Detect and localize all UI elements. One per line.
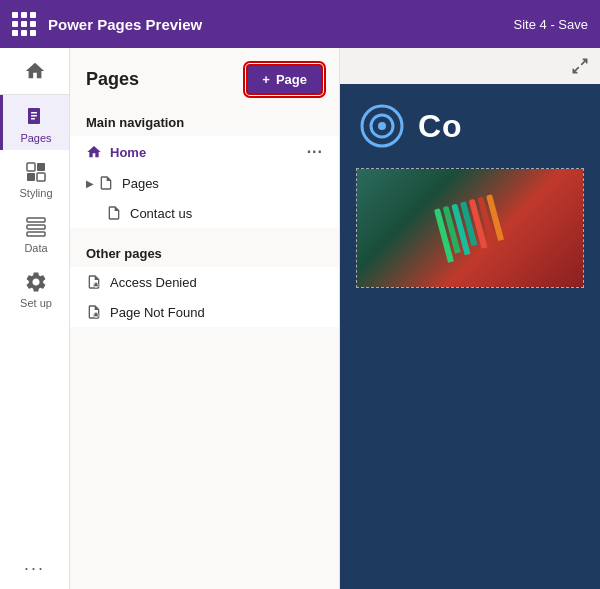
sidebar-more-button[interactable]: ... [0, 540, 69, 589]
sidebar-label-styling: Styling [19, 187, 52, 199]
pages-panel-title: Pages [86, 69, 139, 90]
chevron-right-icon: ▶ [86, 178, 94, 189]
pens-decoration [434, 194, 506, 263]
styling-icon [24, 160, 48, 184]
svg-rect-9 [27, 225, 45, 229]
sidebar-item-styling[interactable]: Styling [0, 150, 69, 205]
main-layout: Pages Styling Data S [0, 48, 600, 589]
not-found-label: Page Not Found [110, 305, 205, 320]
home-icon [24, 60, 46, 82]
svg-rect-8 [27, 218, 45, 222]
svg-rect-6 [27, 173, 35, 181]
pages-panel: Pages + Page Main navigation Home ··· ▶ … [70, 48, 340, 589]
svg-rect-7 [37, 173, 45, 181]
logo-svg [360, 104, 404, 148]
nav-item-home[interactable]: Home ··· [70, 136, 339, 168]
sidebar: Pages Styling Data S [0, 48, 70, 589]
data-icon [24, 215, 48, 239]
sidebar-item-data[interactable]: Data [0, 205, 69, 260]
svg-rect-1 [31, 112, 37, 114]
page-doc-icon [98, 175, 114, 191]
ellipsis-icon: ... [24, 554, 45, 575]
preview-header-bar: Co [340, 84, 600, 168]
preview-logo [360, 104, 404, 148]
preview-area: Co [340, 48, 600, 589]
sidebar-item-setup[interactable]: Set up [0, 260, 69, 315]
add-page-label: Page [276, 72, 307, 87]
sidebar-label-pages: Pages [20, 132, 51, 144]
svg-point-15 [378, 122, 386, 130]
svg-rect-5 [37, 163, 45, 171]
preview-company-text: Co [418, 108, 463, 145]
section-main-navigation: Main navigation [70, 107, 339, 136]
locked-page-icon-2 [86, 304, 102, 320]
section-other-pages: Other pages [70, 238, 339, 267]
site-status: Site 4 - Save [514, 17, 588, 32]
preview-image-area [356, 168, 584, 288]
home-nav-label: Home [110, 145, 146, 160]
app-title: Power Pages Preview [48, 16, 202, 33]
pages-nav-label: Pages [122, 176, 159, 191]
pages-icon [24, 105, 48, 129]
sidebar-item-pages[interactable]: Pages [0, 95, 69, 150]
preview-toolbar [340, 48, 600, 84]
svg-rect-10 [27, 232, 45, 236]
contact-nav-label: Contact us [130, 206, 192, 221]
setup-icon [24, 270, 48, 294]
home-ellipsis[interactable]: ··· [307, 143, 323, 161]
nav-item-access-denied[interactable]: Access Denied [70, 267, 339, 297]
preview-image-bg [357, 169, 583, 287]
add-page-button[interactable]: + Page [246, 64, 323, 95]
preview-content: Co [340, 84, 600, 589]
sidebar-label-setup: Set up [20, 297, 52, 309]
waffle-icon[interactable] [12, 12, 36, 36]
svg-rect-3 [31, 118, 35, 120]
access-denied-label: Access Denied [110, 275, 197, 290]
pages-panel-header: Pages + Page [70, 48, 339, 107]
plus-icon: + [262, 72, 270, 87]
sidebar-home-button[interactable] [0, 48, 69, 95]
nav-item-contact[interactable]: Contact us [70, 198, 339, 228]
contact-doc-icon [106, 205, 122, 221]
svg-rect-4 [27, 163, 35, 171]
sidebar-label-data: Data [24, 242, 47, 254]
resize-icon[interactable] [570, 56, 590, 76]
svg-rect-2 [31, 115, 37, 117]
home-nav-icon [86, 144, 102, 160]
topbar: Power Pages Preview Site 4 - Save [0, 0, 600, 48]
nav-item-not-found[interactable]: Page Not Found [70, 297, 339, 327]
nav-item-pages[interactable]: ▶ Pages [70, 168, 339, 198]
locked-page-icon-1 [86, 274, 102, 290]
